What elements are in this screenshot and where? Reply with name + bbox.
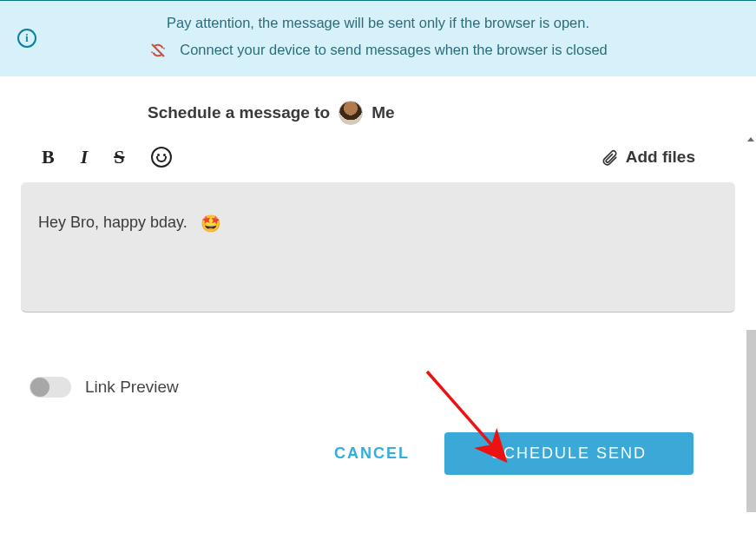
- sync-off-icon: [148, 41, 168, 60]
- message-composer[interactable]: Hey Bro, happy bday. 🤩: [21, 182, 735, 313]
- link-preview-label: Link Preview: [85, 378, 179, 397]
- options-row: Link Preview: [21, 313, 735, 432]
- link-preview-toggle[interactable]: [30, 377, 71, 398]
- toggle-knob: [30, 378, 49, 397]
- bold-button[interactable]: B: [42, 146, 55, 168]
- banner-text-2: Connect your device to send messages whe…: [180, 36, 608, 63]
- info-icon: i: [17, 29, 36, 48]
- emoji-button[interactable]: [151, 147, 172, 168]
- add-files-label: Add files: [626, 148, 695, 167]
- scroll-up-caret[interactable]: [747, 137, 754, 141]
- banner-text-1: Pay attention, the message will be sent …: [167, 10, 589, 36]
- scrollbar[interactable]: [746, 330, 756, 512]
- info-banner: i Pay attention, the message will be sen…: [0, 0, 756, 76]
- schedule-header: Schedule a message to Me: [148, 76, 756, 141]
- add-files-button[interactable]: Add files: [602, 148, 695, 167]
- message-text: Hey Bro, happy bday.: [38, 214, 187, 231]
- message-emoji: 🤩: [201, 214, 221, 233]
- paperclip-icon: [602, 148, 619, 166]
- schedule-send-button[interactable]: SCHEDULE SEND: [444, 432, 694, 475]
- avatar: [339, 101, 363, 125]
- cancel-button[interactable]: CANCEL: [319, 432, 425, 475]
- banner-line-1: Pay attention, the message will be sent …: [10, 10, 746, 36]
- recipient-name: Me: [371, 103, 394, 122]
- action-buttons: CANCEL SCHEDULE SEND: [21, 432, 735, 475]
- strikethrough-button[interactable]: S: [114, 146, 124, 168]
- banner-line-2: Connect your device to send messages whe…: [10, 36, 746, 63]
- header-prefix: Schedule a message to: [148, 103, 330, 122]
- formatting-toolbar: B I S Add files: [21, 141, 735, 182]
- italic-button[interactable]: I: [81, 146, 89, 168]
